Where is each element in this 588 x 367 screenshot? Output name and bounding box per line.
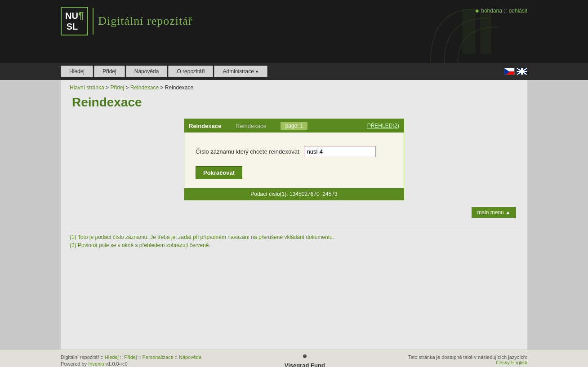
page-title: Reindexace (70, 95, 518, 110)
logo-sl: SL (67, 22, 78, 31)
divider (70, 227, 518, 227)
breadcrumb-sep3: > (160, 84, 165, 91)
main-menu-button[interactable]: main menu ▲ (472, 207, 516, 218)
breadcrumb-sep1: > (106, 84, 110, 91)
lang-flags (504, 68, 527, 75)
nav-napoveda[interactable]: Nápověda (126, 66, 168, 77)
nav-pridej[interactable]: Přidej (94, 66, 125, 77)
form-header-step: Reindexace (221, 123, 281, 129)
nav-hledej[interactable]: Hledej (61, 66, 93, 77)
dot-1 (303, 354, 307, 358)
logo-divider (93, 8, 94, 35)
footer-dots: Visegrad Fund (285, 354, 325, 367)
logo-nu: NU (65, 11, 78, 21)
separator: :: (504, 8, 507, 14)
footer-center: Visegrad Fund (285, 354, 325, 367)
breadcrumb-home[interactable]: Hlavní stránka (70, 84, 104, 91)
svg-rect-0 (462, 9, 476, 54)
form-row-input: Číslo záznamu který chcete reindexovat (196, 146, 392, 157)
form-footer: Podací číslo(1): 1345027670_24573 (184, 188, 404, 200)
breadcrumb-pridej[interactable]: Přidej (110, 84, 124, 91)
footer-hledej[interactable]: Hledej (105, 354, 119, 360)
username-link[interactable]: bohdana (481, 8, 502, 14)
nav-o-repozitari[interactable]: O repozitáři (168, 66, 213, 77)
nav-administrace[interactable]: Administrace (214, 66, 267, 77)
footer-lang-prefix: Tato stránka je dostupná také v následuj… (408, 354, 527, 360)
footer-powered: Powered by (61, 361, 88, 367)
footer-sep2: :: (138, 354, 142, 360)
breadcrumb-current: Reindexace (165, 84, 193, 91)
form-header-page: page: 1 (281, 122, 307, 130)
main-menu-area: main menu ▲ (70, 207, 518, 218)
footer-links-line: Digitální repozitář :: Hledej :: Přidej … (61, 354, 201, 360)
logo-box: NU¶ ·SL (61, 7, 88, 35)
flag-czech[interactable] (504, 68, 515, 75)
footer-right: Tato stránka je dostupná také v následuj… (408, 354, 527, 365)
footer-dr-prefix: Digitální repozitář :: (61, 354, 105, 360)
logo-title: Digitální repozitář (98, 14, 192, 28)
footer-langs: Česky English (408, 360, 527, 365)
footer-personalizace[interactable]: Personalizace (143, 354, 174, 360)
svg-rect-1 (480, 13, 491, 54)
logo-para: ¶ (78, 10, 84, 21)
footer-lang-english[interactable]: English (511, 360, 527, 365)
pokracovat-button[interactable]: Pokračovat (196, 166, 242, 179)
user-icon: ● (475, 7, 480, 15)
note-2: (2) Povinná pole se v okně s přehledem z… (70, 242, 518, 248)
breadcrumb-sep2: > (125, 84, 130, 91)
record-number-input[interactable] (304, 146, 376, 157)
breadcrumb-reindexace-link[interactable]: Reindexace (130, 84, 159, 91)
form-row-button: Pokračovat (196, 166, 392, 179)
content-wrapper: Hlavní stránka > Přidej > Reindexace > R… (61, 80, 527, 349)
form-header-title: Reindexace (189, 123, 221, 129)
reindexace-form-container: Reindexace Reindexace page: 1 PŘEHLED(2)… (184, 119, 404, 200)
logo-area: NU¶ ·SL Digitální repozitář (61, 7, 192, 35)
footer: Digitální repozitář :: Hledej :: Přidej … (0, 349, 588, 367)
notes: (1) Toto je podací číslo záznamu. Je tře… (70, 232, 518, 252)
footer-pridej[interactable]: Přidej (124, 354, 137, 360)
logout-link[interactable]: odhlásit (509, 8, 527, 14)
form-body: Číslo záznamu který chcete reindexovat P… (184, 133, 404, 188)
form-label: Číslo záznamu který chcete reindexovat (196, 148, 299, 155)
visegrad-label: Visegrad Fund (285, 362, 325, 367)
footer-version: v1.0.0-rc0 (106, 361, 128, 367)
footer-sep1: :: (120, 354, 124, 360)
footer-invenio-link[interactable]: Invenio (88, 361, 104, 367)
navbar: Hledej Přidej Nápověda O repozitáři Admi… (0, 63, 588, 80)
footer-left: Digitální repozitář :: Hledej :: Přidej … (61, 354, 201, 367)
site-header: NU¶ ·SL Digitální repozitář ● bohdana ::… (0, 0, 588, 63)
form-header-overview[interactable]: PŘEHLED(2) (367, 123, 399, 129)
user-area: ● bohdana :: odhlásit (475, 7, 527, 15)
breadcrumb: Hlavní stránka > Přidej > Reindexace > R… (70, 84, 518, 91)
note-1: (1) Toto je podací číslo záznamu. Je tře… (70, 234, 518, 240)
flag-english[interactable] (517, 68, 527, 75)
footer-napoveda[interactable]: Nápověda (179, 354, 201, 360)
form-header: Reindexace Reindexace page: 1 PŘEHLED(2) (184, 119, 404, 133)
footer-lang-czech[interactable]: Česky (496, 360, 510, 365)
footer-invenio-line: Powered by Invenio v1.0.0-rc0 (61, 361, 201, 367)
footer-sep3: :: (175, 354, 179, 360)
